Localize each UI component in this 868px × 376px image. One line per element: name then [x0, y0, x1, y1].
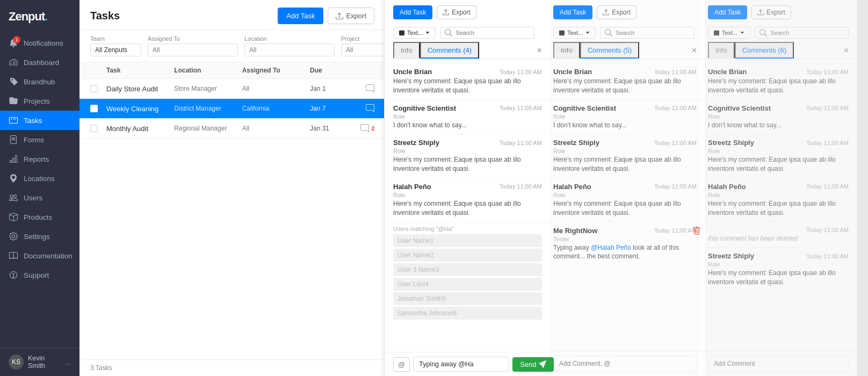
- task-chat[interactable]: [353, 104, 374, 113]
- comment-time: Today 11:00 AM: [500, 69, 542, 75]
- notification-badge: 1: [13, 36, 20, 44]
- panel3-comments-tab[interactable]: Comments (6): [735, 42, 794, 59]
- sidebar-item-tasks[interactable]: Tasks: [0, 111, 79, 130]
- panel2-export-button[interactable]: Export: [597, 5, 636, 19]
- panel-export-button[interactable]: Export: [437, 5, 476, 19]
- panel2-info-tab[interactable]: Info: [553, 42, 580, 59]
- panel-date-range-button[interactable]: Text...: [393, 27, 436, 39]
- sidebar-item-notifications[interactable]: 1 Notifications: [0, 33, 79, 53]
- panel2-search-input[interactable]: [600, 27, 695, 39]
- chart-icon: [9, 154, 18, 164]
- sidebar-item-documentation[interactable]: Documentation: [0, 246, 79, 265]
- send-button[interactable]: Send: [512, 357, 553, 372]
- panel-comments-tab[interactable]: Comments (4): [420, 42, 479, 59]
- table-row[interactable]: Monthly Audit Regional Manager All Jan 3…: [79, 119, 385, 139]
- comment-author: Halah Peño: [708, 183, 746, 191]
- sidebar-item-settings[interactable]: Settings: [0, 227, 79, 246]
- comment-time: Today 11:00 AM: [806, 105, 849, 111]
- row-checkbox[interactable]: [90, 85, 106, 92]
- comment-time: Today 11:00 AM: [806, 253, 849, 259]
- team-select[interactable]: All Zenputs: [90, 44, 141, 56]
- comment-time: Today 11:00 AM: [654, 140, 697, 146]
- task-due: Jan 1: [310, 85, 353, 92]
- delete-comment-button[interactable]: [692, 227, 701, 235]
- autocomplete-item[interactable]: Samantha Johnson6: [393, 307, 542, 320]
- sidebar-item-dashboard[interactable]: Dashboard: [0, 53, 79, 72]
- comment-item: Cognitive Scientist Today 11:00 AM Role …: [385, 100, 551, 135]
- panel3-add-task-button[interactable]: Add Task: [708, 5, 747, 19]
- sidebar-item-forms[interactable]: Forms: [0, 130, 79, 149]
- panel3-date-range-button[interactable]: Text...: [708, 27, 750, 39]
- sidebar-item-products[interactable]: Products: [0, 207, 79, 227]
- users-icon: [9, 193, 18, 203]
- comment-input[interactable]: [413, 357, 509, 372]
- dashboard-icon: [9, 57, 18, 67]
- comments-list-2: Uncle Brian Today 11:00 AM Here's my com…: [545, 59, 705, 351]
- autocomplete-item[interactable]: Jonathan Smith5: [393, 292, 542, 305]
- at-mention-button[interactable]: @: [393, 357, 410, 372]
- comment-author: Streetz Shiply: [553, 139, 599, 147]
- task-location: District Manager: [174, 105, 242, 112]
- panel2-comments-tab[interactable]: Comments (5): [580, 42, 639, 59]
- table-row[interactable]: Weekly Cleaning District Manager Califor…: [79, 99, 385, 119]
- panel-add-task-button[interactable]: Add Task: [393, 5, 432, 19]
- comment-time: Today 11:00 AM: [654, 105, 697, 111]
- panel-info-tab[interactable]: Info: [393, 42, 420, 59]
- autocomplete-item[interactable]: User 3 Name3: [393, 263, 542, 276]
- sidebar-item-label: Dashboard: [24, 59, 59, 67]
- comment-text: Here's my comment: Eaque ipsa quae ab il…: [708, 269, 849, 287]
- comment-text: I don't know what to say...: [553, 121, 697, 130]
- task-chat[interactable]: 2: [353, 124, 374, 133]
- autocomplete-item[interactable]: User Name1: [393, 234, 542, 247]
- sidebar-item-locations[interactable]: Locations: [0, 169, 79, 188]
- panel2-comment-input-area: [545, 351, 705, 376]
- table-row[interactable]: Daily Store Audit Store Manager All Jan …: [79, 79, 385, 99]
- comment-time: Today 11:00 AM: [806, 227, 849, 233]
- autocomplete-item[interactable]: User Name2: [393, 249, 542, 262]
- comment-author: Uncle Brian: [393, 68, 432, 76]
- panel2-close-button[interactable]: ×: [692, 42, 697, 59]
- panel2-add-comment-input[interactable]: [553, 356, 697, 372]
- panel-search-input[interactable]: [440, 27, 534, 39]
- panel2-add-task-button[interactable]: Add Task: [553, 5, 592, 19]
- comments-list: Uncle Brian Today 11:00 AM Here's my com…: [385, 59, 551, 352]
- task-name: Daily Store Audit: [106, 85, 174, 93]
- comment-author: Halah Peño: [553, 183, 591, 191]
- user-menu-dots[interactable]: ...: [64, 358, 71, 366]
- comment-text: Here's my comment: Eaque ipsa quae ab il…: [393, 155, 542, 173]
- assigned-input[interactable]: [148, 44, 238, 56]
- comment-author: Streetz Shiply: [708, 139, 754, 147]
- panel-close-button[interactable]: ×: [537, 42, 542, 59]
- task-chat[interactable]: [353, 84, 374, 93]
- comment-item: Streetz Shiply Today 11:00 AM Role Here'…: [699, 134, 857, 178]
- export-button[interactable]: Export: [328, 8, 374, 24]
- panel3-info-tab[interactable]: Info: [708, 42, 735, 59]
- panel3-export-button[interactable]: Export: [751, 5, 791, 19]
- sidebar-item-support[interactable]: Support: [0, 265, 79, 285]
- comment-author: Uncle Brian: [708, 68, 747, 76]
- sidebar-item-reports[interactable]: Reports: [0, 149, 79, 169]
- panel3-search-input[interactable]: [755, 27, 849, 39]
- row-checkbox[interactable]: [90, 105, 106, 112]
- panel3-close-button[interactable]: ×: [844, 42, 849, 59]
- comment-role: Role: [393, 113, 542, 120]
- autocomplete-item[interactable]: User Last4: [393, 278, 542, 291]
- comment-time: Today 11:00 AM: [806, 69, 849, 75]
- task-header: Tasks Add Task Export: [79, 0, 385, 30]
- add-task-button[interactable]: Add Task: [278, 8, 323, 24]
- sidebar-item-projects[interactable]: Projects: [0, 91, 79, 111]
- comment-text: Here's my comment: Eaque ipsa quae ab il…: [708, 199, 849, 218]
- row-checkbox[interactable]: [90, 125, 106, 132]
- logo: Zenput.: [0, 0, 79, 31]
- col-task-header: Task: [106, 67, 174, 74]
- col-assigned-header: Assigned To: [242, 67, 310, 74]
- page-title: Tasks: [90, 10, 120, 22]
- panel3-add-comment-input[interactable]: [708, 356, 849, 372]
- comment-role: Role: [708, 148, 849, 154]
- comment-role: Role: [553, 148, 697, 154]
- sidebar-item-brandhub[interactable]: Brandhub: [0, 72, 79, 91]
- sidebar-item-users[interactable]: Users: [0, 188, 79, 207]
- panel2-date-range-button[interactable]: Text...: [553, 27, 596, 39]
- comments-list-3: Uncle Brian Today 11:00 AM Here's my com…: [699, 59, 857, 351]
- location-input[interactable]: [244, 44, 335, 56]
